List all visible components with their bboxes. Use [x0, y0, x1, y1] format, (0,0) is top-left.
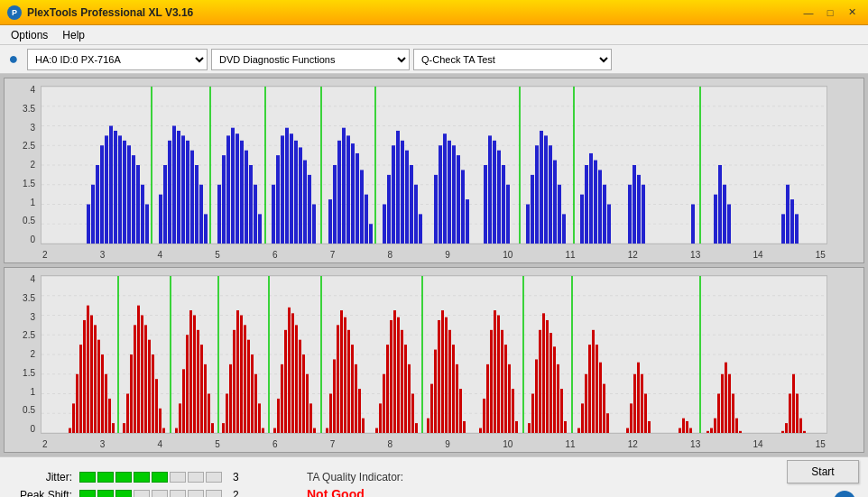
svg-rect-191: [295, 325, 298, 433]
svg-rect-24: [159, 195, 162, 244]
svg-rect-106: [594, 161, 597, 244]
svg-rect-145: [112, 423, 115, 433]
drive-icon: ●: [4, 50, 23, 69]
svg-rect-54: [303, 161, 307, 244]
drive-select[interactable]: HA:0 ID:0 PX-716A: [27, 49, 208, 70]
svg-rect-44: [254, 185, 257, 244]
svg-rect-262: [596, 345, 598, 433]
svg-rect-288: [781, 431, 784, 433]
svg-rect-61: [342, 128, 346, 244]
svg-rect-178: [244, 325, 246, 433]
svg-rect-238: [497, 316, 500, 434]
svg-rect-33: [199, 185, 203, 244]
svg-rect-235: [486, 364, 489, 433]
svg-rect-78: [434, 175, 438, 244]
svg-rect-105: [589, 153, 593, 244]
svg-rect-144: [108, 399, 111, 433]
bottom-chart-container: 4 3.5 3 2.5 2 1.5 1 0.5 0: [4, 267, 864, 453]
svg-rect-139: [90, 316, 93, 434]
svg-rect-177: [240, 316, 243, 434]
svg-rect-10: [91, 185, 95, 244]
svg-rect-151: [137, 306, 140, 433]
svg-rect-202: [340, 310, 343, 433]
info-button[interactable]: i: [834, 491, 855, 497]
top-chart-svg: [42, 87, 826, 244]
svg-rect-77: [419, 214, 422, 244]
svg-rect-230: [456, 364, 458, 433]
svg-rect-179: [247, 340, 250, 433]
svg-rect-167: [200, 345, 203, 433]
svg-rect-181: [254, 374, 257, 433]
svg-rect-86: [484, 165, 487, 244]
close-button[interactable]: ✕: [843, 5, 861, 20]
svg-rect-31: [190, 151, 194, 244]
svg-rect-198: [326, 428, 328, 433]
svg-rect-89: [497, 151, 501, 244]
svg-rect-284: [728, 374, 731, 433]
svg-rect-204: [347, 330, 350, 433]
peak-shift-value: 2: [233, 489, 239, 497]
svg-rect-157: [159, 409, 162, 433]
svg-rect-53: [299, 147, 302, 244]
peak-seg-4: [134, 490, 150, 497]
svg-rect-148: [126, 394, 129, 434]
svg-rect-290: [789, 394, 791, 434]
svg-rect-216: [401, 330, 403, 433]
svg-rect-243: [515, 421, 518, 433]
svg-rect-84: [461, 170, 465, 244]
jitter-row: Jitter: 3: [9, 471, 280, 483]
minimize-button[interactable]: —: [799, 5, 817, 20]
svg-rect-282: [721, 374, 724, 433]
svg-rect-240: [504, 345, 507, 433]
svg-rect-207: [358, 389, 361, 433]
svg-rect-143: [105, 374, 107, 433]
maximize-button[interactable]: □: [821, 5, 839, 20]
svg-rect-255: [564, 421, 567, 433]
svg-rect-186: [277, 399, 280, 433]
bottom-chart-svg: [42, 276, 826, 433]
svg-rect-91: [506, 185, 510, 244]
svg-rect-283: [725, 363, 727, 433]
svg-rect-172: [222, 423, 225, 433]
svg-rect-285: [732, 394, 734, 434]
svg-rect-12: [100, 145, 104, 244]
svg-rect-222: [427, 419, 429, 433]
charts-area: 4 3.5 3 2.5 2 1.5 1 0.5 0: [0, 74, 868, 456]
svg-rect-47: [272, 185, 275, 244]
svg-rect-50: [285, 128, 289, 244]
svg-rect-174: [229, 364, 232, 433]
peak-seg-7: [188, 490, 204, 497]
menu-help[interactable]: Help: [55, 27, 92, 43]
menu-options[interactable]: Options: [4, 27, 55, 43]
function-select[interactable]: DVD Diagnostic Functions: [211, 49, 410, 70]
svg-rect-225: [438, 320, 440, 433]
svg-rect-135: [76, 374, 78, 433]
svg-rect-193: [302, 354, 305, 433]
svg-rect-165: [193, 316, 196, 434]
start-button[interactable]: Start: [787, 460, 859, 483]
svg-rect-168: [204, 364, 207, 433]
svg-rect-71: [392, 145, 395, 244]
svg-rect-110: [628, 185, 632, 244]
svg-rect-249: [542, 313, 545, 433]
svg-rect-60: [337, 141, 341, 244]
svg-rect-37: [222, 155, 226, 244]
svg-rect-192: [299, 340, 301, 433]
jitter-seg-3: [115, 472, 132, 483]
svg-rect-158: [162, 428, 165, 433]
ta-quality-label: TA Quality Indicator:: [307, 471, 403, 483]
svg-rect-25: [163, 165, 167, 244]
svg-rect-267: [630, 403, 633, 433]
svg-rect-85: [466, 199, 469, 244]
jitter-seg-1: [79, 472, 96, 483]
svg-rect-229: [452, 345, 455, 433]
jitter-label: Jitter:: [9, 471, 72, 483]
jitter-meter: [79, 472, 222, 483]
test-select[interactable]: Q-Check TA Test: [413, 49, 612, 70]
svg-rect-212: [386, 345, 389, 433]
svg-rect-236: [490, 330, 493, 433]
svg-rect-65: [360, 170, 364, 244]
svg-rect-293: [799, 419, 802, 433]
svg-rect-99: [553, 161, 557, 244]
svg-rect-190: [291, 313, 294, 433]
